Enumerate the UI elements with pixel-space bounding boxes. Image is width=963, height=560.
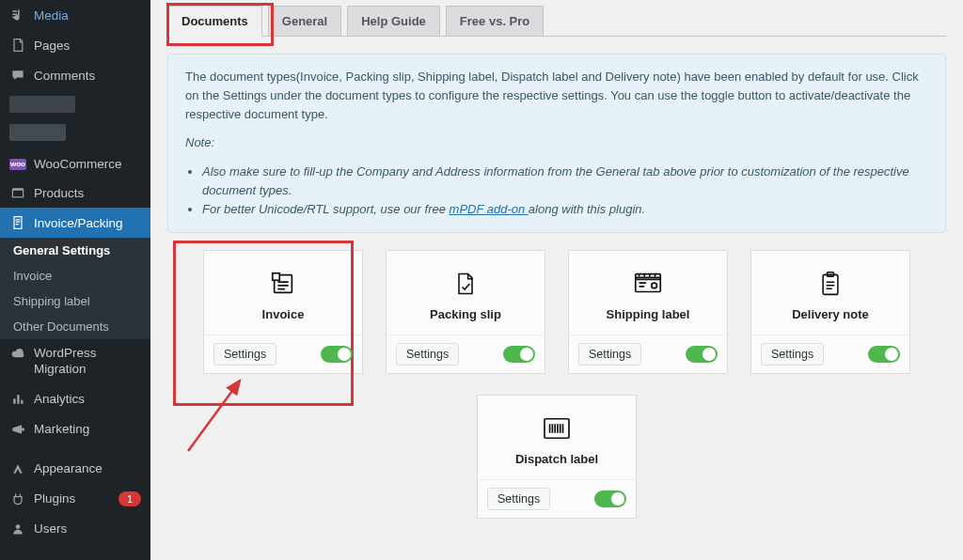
delivery-settings-button[interactable]: Settings <box>761 343 824 366</box>
products-icon <box>9 184 26 201</box>
sidebar-item-woocommerce[interactable]: woo WooCommerce <box>0 150 150 178</box>
sidebar-item-pages[interactable]: Pages <box>0 30 150 60</box>
delivery-note-icon <box>814 268 846 300</box>
delivery-toggle[interactable] <box>868 346 900 363</box>
sidebar-item-products[interactable]: Products <box>0 178 150 208</box>
shipping-toggle[interactable] <box>686 346 718 363</box>
notice-li2-b: along with this plugin. <box>529 202 645 216</box>
doc-card-invoice: Invoice Settings <box>203 250 363 374</box>
tab-help-guide[interactable]: Help Guide <box>347 6 440 36</box>
sidebar-item-comments[interactable]: Comments <box>0 60 150 90</box>
tab-documents[interactable]: Documents <box>167 6 262 37</box>
dispatch-toggle[interactable] <box>594 490 626 507</box>
invoice-toggle[interactable] <box>321 346 353 363</box>
sidebar-item-label: Users <box>34 521 141 536</box>
document-cards-area: Invoice Settings Packing slip <box>167 250 946 519</box>
sidebar-item-label: Media <box>34 8 141 23</box>
sidebar-item-invoice-packing[interactable]: Invoice/Packing <box>0 208 150 238</box>
sidebar-item-label: Appearance <box>34 461 141 475</box>
dispatch-label-icon <box>541 412 573 444</box>
sidebar-item-label: Products <box>34 186 141 200</box>
woocommerce-icon: woo <box>9 159 26 170</box>
sidebar-item-plugins[interactable]: Plugins 1 <box>0 484 150 514</box>
notice-li1: Also make sure to fill-up the Company an… <box>202 164 909 197</box>
sidebar-submenu: General Settings Invoice Shipping label … <box>0 238 150 339</box>
info-notice: The document types(Invoice, Packing slip… <box>167 54 946 233</box>
sidebar-item-label: Invoice/Packing <box>34 216 141 230</box>
sidebar-item-label: Pages <box>34 39 141 53</box>
card-title: Dispatch label <box>515 452 598 466</box>
pages-icon <box>9 37 26 54</box>
media-icon <box>9 7 26 23</box>
sidebar-item-label: Plugins <box>34 491 107 506</box>
svg-rect-10 <box>545 419 569 438</box>
svg-point-7 <box>652 283 657 288</box>
appearance-icon <box>9 460 26 477</box>
notice-text: The document types(Invoice, Packing slip… <box>185 68 928 124</box>
shipping-settings-button[interactable]: Settings <box>578 343 641 366</box>
svg-rect-8 <box>823 274 838 294</box>
sidebar-item-label: WordPress Migration <box>34 346 141 378</box>
tab-bar: Documents General Help Guide Free vs. Pr… <box>167 6 946 37</box>
submenu-invoice[interactable]: Invoice <box>0 263 150 288</box>
notice-note-label: Note: <box>185 135 214 149</box>
sidebar-item-users[interactable]: Users <box>0 514 150 544</box>
cloud-icon <box>9 346 26 363</box>
sidebar-placeholder <box>9 96 75 113</box>
doc-card-packing-slip: Packing slip Settings <box>386 250 545 374</box>
svg-rect-0 <box>12 190 23 197</box>
sidebar-item-label: Analytics <box>34 392 141 406</box>
admin-sidebar: Media Pages Comments woo WooCommerce Pro… <box>0 0 150 560</box>
card-title: Shipping label <box>607 307 690 321</box>
card-title: Delivery note <box>792 307 869 321</box>
invoice-icon <box>9 214 26 231</box>
sidebar-item-appearance[interactable]: Appearance <box>0 454 150 484</box>
packing-slip-icon <box>450 268 482 300</box>
plugins-update-badge: 1 <box>118 491 141 506</box>
tab-general[interactable]: General <box>268 6 341 36</box>
main-content: Documents General Help Guide Free vs. Pr… <box>150 0 963 560</box>
sidebar-item-label: Comments <box>34 69 141 83</box>
svg-rect-4 <box>273 273 280 281</box>
doc-card-dispatch-label: Dispatch label Settings <box>477 395 637 519</box>
invoice-settings-button[interactable]: Settings <box>213 343 276 366</box>
sidebar-item-marketing[interactable]: Marketing <box>0 414 150 444</box>
sidebar-item-label: Marketing <box>34 422 141 436</box>
submenu-other-documents[interactable]: Other Documents <box>0 314 150 339</box>
mpdf-addon-link[interactable]: mPDF add-on <box>450 202 529 216</box>
analytics-icon <box>9 391 26 408</box>
sidebar-item-media[interactable]: Media <box>0 0 150 30</box>
plugins-icon <box>9 490 26 507</box>
card-title: Packing slip <box>430 307 501 321</box>
shipping-label-icon <box>632 268 664 300</box>
packing-toggle[interactable] <box>503 346 535 363</box>
notice-li2-a: For better Unicode/RTL support, use our … <box>202 202 450 216</box>
sidebar-item-label: WooCommerce <box>34 157 141 171</box>
svg-rect-1 <box>12 188 23 190</box>
submenu-general-settings[interactable]: General Settings <box>0 238 150 263</box>
invoice-doc-icon <box>267 268 299 300</box>
sidebar-placeholder <box>9 124 66 141</box>
svg-point-2 <box>16 524 21 529</box>
doc-card-shipping-label: Shipping label Settings <box>568 250 728 374</box>
sidebar-item-analytics[interactable]: Analytics <box>0 384 150 414</box>
comments-icon <box>9 67 26 84</box>
card-title: Invoice <box>262 307 305 321</box>
users-icon <box>9 521 26 537</box>
marketing-icon <box>9 421 26 438</box>
packing-settings-button[interactable]: Settings <box>396 343 459 366</box>
sidebar-item-wp-migration[interactable]: WordPress Migration <box>0 339 150 384</box>
tab-free-vs-pro[interactable]: Free vs. Pro <box>446 6 544 36</box>
submenu-shipping-label[interactable]: Shipping label <box>0 288 150 314</box>
doc-card-delivery-note: Delivery note Settings <box>750 250 910 374</box>
dispatch-settings-button[interactable]: Settings <box>487 488 550 510</box>
